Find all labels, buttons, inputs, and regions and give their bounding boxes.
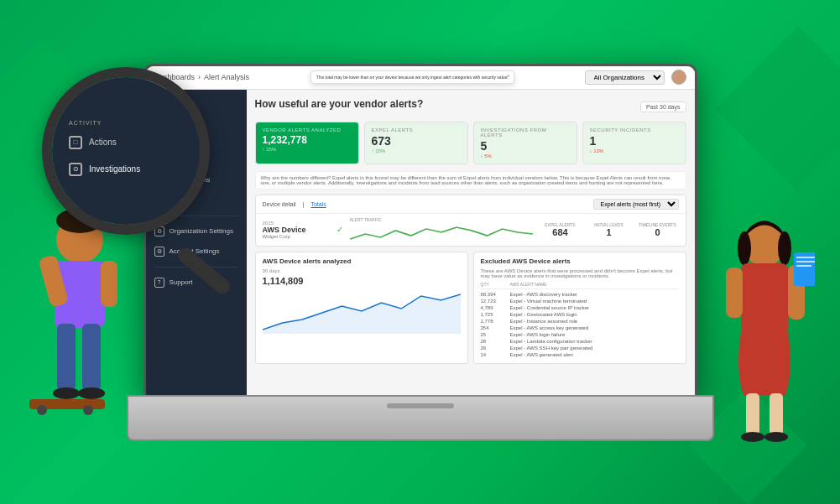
device-row: 2015 AWS Device Widget Corp ✓ ALERT TRAF… xyxy=(256,214,686,246)
metric-card-expel-alerts: EXPEL ALERTS 673 ↑ 15% xyxy=(364,122,468,164)
date-filter-button[interactable]: Past 30 days xyxy=(640,101,686,112)
svg-rect-6 xyxy=(82,324,101,391)
panel-big-number: 1,114,809 xyxy=(263,276,461,286)
left-panel: AWS Device alerts analyzed 30 days 1,114… xyxy=(255,252,468,364)
breadcrumb-dashboards[interactable]: Dashboards xyxy=(154,73,196,81)
metric-value-vendor: 1,232,778 xyxy=(263,134,352,146)
row-qty: 1,725 xyxy=(481,312,510,317)
metric-card-investigations: INVESTIGATIONS FROM ALERTS 5 ↓ 5% xyxy=(473,122,577,164)
row-qty: 28 xyxy=(481,339,510,344)
sidebar-item-alerts[interactable]: 🔔 Alerts xyxy=(146,190,247,210)
sidebar-item-actions-label: Actions xyxy=(170,136,191,143)
account-settings-icon: ⚙ xyxy=(154,247,164,257)
metric-label-investigations: INVESTIGATIONS FROM ALERTS xyxy=(481,127,570,138)
svg-rect-16 xyxy=(726,268,743,318)
sidebar-account-settings-label: Account Settings xyxy=(170,247,220,255)
check-icon: ✓ xyxy=(337,225,343,234)
row-qty: 26 xyxy=(481,346,510,351)
sidebar-item-investigations[interactable]: ⊙ Investigations xyxy=(146,170,247,190)
row-qty: 25 xyxy=(481,332,510,337)
table-row: 28Expel - Lambda configuration tracker xyxy=(481,338,679,345)
table-row: 26Expel - AWS SSH key pair generated xyxy=(481,345,679,351)
sidebar-support-label: Support xyxy=(170,278,193,286)
actions-icon: □ xyxy=(154,135,164,145)
row-qty: 354 xyxy=(481,325,510,330)
sidebar-logo-text: Expel xyxy=(154,101,238,111)
svg-point-10 xyxy=(37,405,47,415)
sidebar-item-support[interactable]: ? Support xyxy=(146,273,247,293)
row-qty: 68,394 xyxy=(481,292,510,297)
page-title: How useful are your vendor alerts? xyxy=(255,98,424,110)
table-row: 14Expel - AWS generated alert xyxy=(481,351,679,358)
svg-point-14 xyxy=(778,231,791,265)
svg-rect-19 xyxy=(796,257,815,258)
row-name: Expel - AWS login failure xyxy=(510,332,679,337)
table-row: 68,394Expel - AWS discovery tracker xyxy=(481,291,679,298)
metric-value-investigations: 5 xyxy=(481,139,570,153)
breadcrumb-alert-analysis[interactable]: Alert Analysis xyxy=(204,73,249,81)
table-row: 25Expel - AWS login failure xyxy=(481,331,679,338)
laptop-container: Dashboards › Alert Analysis All Organiza… xyxy=(127,55,714,449)
metric-change-incidents: ↓ 13% xyxy=(590,148,679,153)
metric-change-vendor: ↑ 15% xyxy=(263,147,352,152)
device-section: Device detail | Totals Expel alerts (mos… xyxy=(255,195,686,247)
svg-rect-4 xyxy=(101,261,117,307)
excluded-alerts-table: 68,394Expel - AWS discovery tracker12,72… xyxy=(481,291,679,358)
main-area: Expel ACTIVITY □ Actions ◇ Incidents ⊙ I… xyxy=(146,90,695,397)
row-name: Expel - AWS generated alert xyxy=(510,352,679,357)
user-avatar[interactable] xyxy=(671,70,686,85)
sidebar-section-label: ACTIVITY xyxy=(146,119,247,130)
row-name: Expel - Credential source IP tracker xyxy=(510,305,679,310)
laptop-screen: Dashboards › Alert Analysis All Organiza… xyxy=(143,64,697,399)
metric-label-incidents: SECURITY INCIDENTS xyxy=(590,127,679,132)
sidebar-item-account-settings[interactable]: ⚙ Account Settings xyxy=(146,242,247,262)
row-name: Expel - AWS discovery tracker xyxy=(510,292,679,297)
org-select[interactable]: All Organizations xyxy=(585,70,665,85)
org-settings-icon: ⚙ xyxy=(154,226,164,236)
breadcrumb-separator: › xyxy=(198,73,201,81)
right-panel: Excluded AWS Device alerts These are AWS… xyxy=(473,252,686,364)
bottom-panels: AWS Device alerts analyzed 30 days 1,114… xyxy=(255,252,686,364)
metric-change-expel: ↑ 15% xyxy=(372,148,461,153)
expel-alerts-cell-value: 684 xyxy=(540,227,582,237)
row-qty: 14 xyxy=(481,352,510,357)
sidebar-logo: Expel xyxy=(146,96,247,116)
sidebar-item-incidents[interactable]: ◇ Incidents xyxy=(146,150,247,170)
device-header-link[interactable]: Totals xyxy=(310,201,326,207)
row-name: Expel - Instance assumed role xyxy=(510,319,679,324)
row-qty: 12,723 xyxy=(481,299,510,304)
sidebar-item-org-settings[interactable]: ⚙ Organization Settings xyxy=(146,221,247,242)
table-row: 12,723Expel - Virtual machine terminated xyxy=(481,298,679,304)
screen-content: Dashboards › Alert Analysis All Organiza… xyxy=(146,66,695,397)
device-info: 2015 AWS Device Widget Corp xyxy=(263,221,330,239)
line-chart xyxy=(263,288,461,338)
investigations-icon: ⊙ xyxy=(154,175,164,185)
alert-traffic-chart: ALERT TRAFFIC xyxy=(350,217,533,242)
row-name: Expel - Virtual machine terminated xyxy=(510,299,679,304)
col-header-name: AWS ALERT NAME xyxy=(510,282,679,287)
sidebar-item-incidents-label: Incidents xyxy=(170,156,196,164)
person-left-figure xyxy=(25,194,134,462)
metric-value-incidents: 1 xyxy=(590,134,679,148)
svg-point-7 xyxy=(53,387,80,399)
content-area: How useful are your vendor alerts? Past … xyxy=(247,90,695,397)
svg-point-8 xyxy=(78,387,105,399)
metric-card-incidents: SECURITY INCIDENTS 1 ↓ 13% xyxy=(582,122,686,164)
table-row: 1,725Expel - Geolocated AWS login xyxy=(481,311,679,318)
row-name: Expel - AWS access key generated xyxy=(510,325,679,330)
device-header-left: Device detail xyxy=(263,201,296,207)
metric-cards: VENDOR ALERTS ANALYZED 1,232,778 ↑ 15% E… xyxy=(255,122,686,164)
svg-rect-15 xyxy=(741,263,788,335)
metric-card-vendor-alerts: VENDOR ALERTS ANALYZED 1,232,778 ↑ 15% xyxy=(255,122,359,164)
sidebar-item-actions[interactable]: □ Actions xyxy=(146,130,247,150)
metric-value-expel: 673 xyxy=(372,134,461,148)
sidebar-org-settings-label: Organization Settings xyxy=(170,227,234,235)
table-row: 4,789Expel - Credential source IP tracke… xyxy=(481,304,679,311)
left-panel-title: AWS Device alerts analyzed xyxy=(263,257,461,265)
sidebar-item-alerts-label: Alerts xyxy=(170,196,186,204)
expel-alerts-filter[interactable]: Expel alerts (most first) xyxy=(593,199,679,210)
timeline-events-cell-value: 0 xyxy=(637,227,679,237)
person-right-figure xyxy=(714,202,815,462)
device-company: Widget Corp xyxy=(263,234,330,239)
right-panel-title: Excluded AWS Device alerts xyxy=(481,257,679,265)
